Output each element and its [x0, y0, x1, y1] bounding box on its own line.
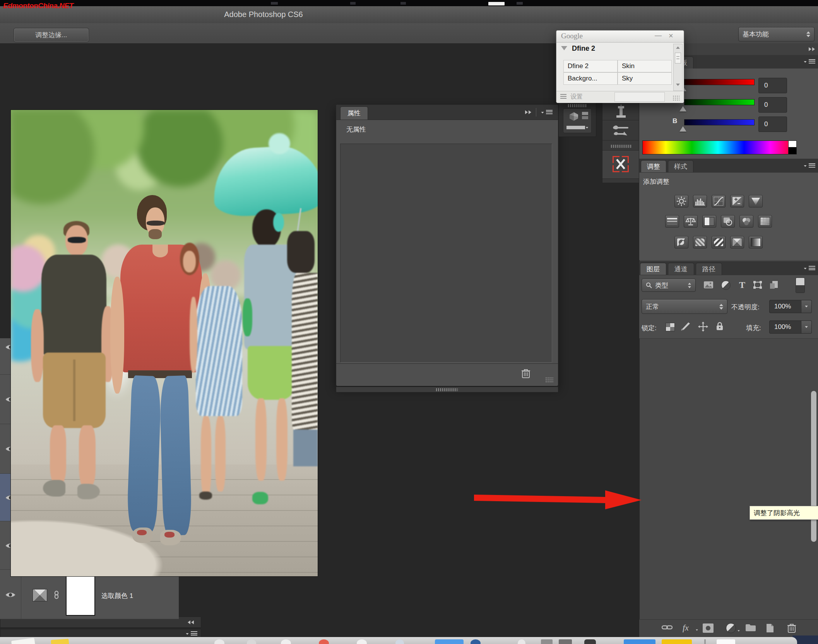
channel-b-thumb[interactable] [679, 126, 686, 132]
color-spectrum-ramp[interactable] [642, 140, 797, 154]
link-layers-icon[interactable] [662, 624, 673, 630]
channel-g-value[interactable]: 0 [758, 97, 787, 113]
cube-panel-button[interactable] [563, 108, 592, 133]
dfine2-button[interactable]: Dfine 2 [563, 60, 618, 72]
black-swatch[interactable] [788, 147, 797, 154]
google-scrollbar[interactable] [673, 44, 683, 91]
opacity-input[interactable]: 100% [769, 300, 812, 313]
photo-canvas[interactable] [10, 110, 318, 577]
delete-layer-icon[interactable] [787, 623, 796, 634]
add-mask-icon[interactable] [703, 623, 714, 633]
adj-levels-icon[interactable] [693, 195, 707, 207]
tab-styles[interactable]: 样式 [668, 160, 693, 172]
filter-smart-object-icon[interactable] [769, 280, 779, 289]
properties-menu-icon[interactable] [541, 110, 553, 115]
dock-icon[interactable] [662, 639, 692, 644]
plugin-panel-cell[interactable] [602, 150, 639, 179]
channel-g-slider[interactable] [684, 99, 755, 105]
workspace-dropdown[interactable]: 基本功能 [738, 27, 815, 41]
lock-all-icon[interactable] [716, 321, 724, 331]
resize-grip[interactable] [545, 377, 554, 383]
adj-vibrance-icon[interactable] [749, 195, 763, 207]
channel-b-slider[interactable] [684, 119, 755, 125]
settings-label[interactable]: 设置 [570, 93, 583, 101]
list-icon[interactable] [560, 94, 566, 99]
filter-image-icon[interactable] [703, 281, 714, 289]
fill-input[interactable]: 100% [769, 320, 812, 334]
adj-photo-filter-icon[interactable] [721, 215, 735, 228]
minimize-icon[interactable]: — [655, 31, 662, 39]
dock-icon[interactable] [51, 639, 69, 644]
adj-brightness-contrast-icon[interactable] [674, 195, 688, 207]
status-collapsed-bar[interactable] [0, 629, 201, 637]
lock-position-icon[interactable] [698, 322, 708, 332]
adj-threshold-icon[interactable] [712, 236, 726, 248]
dock-icon[interactable] [624, 639, 655, 644]
google-resize-grip[interactable] [673, 95, 679, 101]
layer-mask-thumbnail[interactable] [66, 573, 95, 616]
new-layer-icon[interactable] [765, 623, 775, 634]
layers-menu-icon[interactable] [803, 266, 815, 271]
collapse-right-icon[interactable] [525, 110, 531, 114]
filter-adjustment-icon[interactable] [721, 281, 731, 290]
new-adjustment-layer-icon[interactable] [726, 623, 736, 633]
adj-color-balance-icon[interactable] [684, 215, 698, 228]
title-bar[interactable] [0, 6, 818, 24]
tab-layers[interactable]: 图层 [640, 263, 666, 275]
adj-hue-saturation-icon[interactable] [665, 215, 679, 228]
filter-kind-dropdown[interactable]: 类型 [642, 279, 696, 292]
dropdown-arrow-icon[interactable] [801, 300, 811, 313]
dock-icon[interactable] [584, 639, 596, 644]
scroll-down-icon[interactable] [676, 84, 680, 86]
dropdown-arrow-icon[interactable] [801, 321, 811, 333]
adj-exposure-icon[interactable] [730, 195, 744, 207]
color-menu-icon[interactable] [803, 59, 815, 64]
adj-invert-icon[interactable] [674, 236, 688, 248]
layer-visibility-toggle[interactable] [0, 570, 21, 619]
blend-mode-dropdown[interactable]: 正常 [642, 299, 727, 314]
clone-source-icon[interactable] [614, 104, 628, 119]
channel-b-value[interactable]: 0 [758, 116, 787, 132]
adj-selective-color-icon[interactable] [730, 236, 744, 248]
dock-icon[interactable] [541, 639, 553, 644]
refine-edge-button[interactable]: 调整边缘... [14, 28, 89, 42]
collapse-left-icon[interactable] [188, 620, 194, 624]
scroll-thumb[interactable] [675, 53, 681, 63]
filter-type-icon[interactable]: T [738, 280, 747, 290]
trash-icon[interactable] [521, 368, 531, 379]
adj-posterize-icon[interactable] [693, 236, 707, 248]
adj-black-white-icon[interactable] [702, 215, 716, 228]
adj-channel-mixer-icon[interactable] [739, 215, 753, 228]
close-icon[interactable]: × [669, 31, 673, 40]
adjustments-menu-icon[interactable] [803, 163, 815, 168]
dock-icon[interactable] [717, 639, 735, 644]
background-button[interactable]: Backgro... [563, 72, 618, 85]
adj-color-lookup-icon[interactable] [758, 215, 772, 228]
adj-gradient-map-icon[interactable] [749, 236, 763, 248]
filter-toggle-switch[interactable] [796, 277, 805, 293]
scroll-up-icon[interactable] [676, 46, 680, 49]
new-group-icon[interactable] [745, 623, 756, 632]
fx-icon[interactable]: fx [683, 623, 689, 633]
google-panel-titlebar[interactable]: Google — × [556, 31, 684, 43]
dock-icon[interactable] [559, 639, 572, 644]
tab-adjustments[interactable]: 调整 [641, 160, 666, 172]
collapse-panels-icon[interactable] [809, 47, 815, 51]
tab-paths[interactable]: 路径 [696, 263, 722, 275]
layer-row-selective-color[interactable]: 选取颜色 1 [0, 570, 179, 619]
channel-r-value[interactable]: 0 [758, 78, 787, 93]
filter-shape-icon[interactable] [753, 281, 762, 289]
channel-r-slider[interactable] [684, 79, 755, 85]
lock-pixels-icon[interactable] [680, 322, 691, 331]
adj-curves-icon[interactable] [712, 195, 726, 207]
lock-transparency-icon[interactable] [666, 323, 675, 331]
dock-icon[interactable] [435, 639, 464, 644]
collapsed-panel-bar[interactable] [336, 387, 558, 392]
section-collapse-triangle[interactable] [561, 46, 567, 50]
brush-presets-icon[interactable] [613, 123, 630, 139]
tab-properties[interactable]: 属性 [340, 106, 368, 120]
layer-name[interactable]: 选取颜色 1 [101, 591, 133, 600]
sky-button[interactable]: Sky [618, 72, 672, 85]
tab-channels[interactable]: 通道 [668, 263, 694, 275]
panel-menu-icon[interactable] [185, 631, 197, 636]
